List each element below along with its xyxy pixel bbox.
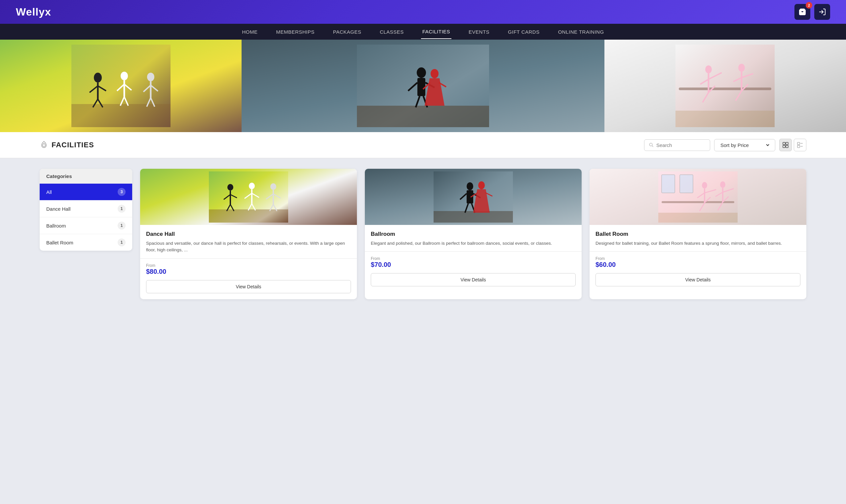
- svg-point-100: [720, 181, 725, 188]
- card-dance-hall-from: From: [146, 263, 351, 268]
- svg-point-72: [270, 183, 276, 190]
- main-content: Categories All 3 Dance Hall 1 Ballroom 1…: [0, 158, 846, 310]
- nav-online-training[interactable]: ONLINE TRAINING: [557, 25, 605, 39]
- svg-point-94: [702, 182, 707, 188]
- hero-ballroom-svg: [357, 44, 489, 127]
- card-dance-hall: Dance Hall Spacious and versatile, our d…: [140, 169, 357, 299]
- card-ballroom-body: Ballroom Elegant and polished, our Ballr…: [365, 225, 582, 247]
- cart-icon: [798, 8, 806, 16]
- card-ballroom-image: [365, 169, 582, 225]
- svg-rect-59: [209, 210, 288, 222]
- svg-point-4: [94, 73, 102, 83]
- category-ballet-room-count: 1: [118, 238, 126, 246]
- card-dance-hall-body: Dance Hall Spacious and versatile, our d…: [140, 225, 357, 254]
- hero-panel-center: [242, 40, 604, 132]
- search-icon: [649, 142, 654, 148]
- card-ballet-room-title: Ballet Room: [596, 231, 800, 237]
- svg-rect-79: [434, 211, 513, 222]
- cart-badge: 2: [806, 2, 812, 8]
- search-input[interactable]: [656, 142, 705, 148]
- categories-header: Categories: [40, 169, 132, 184]
- svg-rect-50: [783, 142, 785, 145]
- hero-panel-left: [0, 40, 242, 132]
- search-box: [644, 139, 710, 151]
- svg-point-30: [430, 69, 439, 78]
- card-ballroom-title: Ballroom: [371, 231, 576, 237]
- card-ballet-room-desc: Designed for ballet training, our Ballet…: [596, 240, 800, 247]
- svg-rect-92: [658, 213, 738, 222]
- svg-point-86: [478, 181, 485, 189]
- card-dance-hall-desc: Spacious and versatile, our dance hall i…: [146, 240, 351, 254]
- svg-rect-90: [662, 175, 675, 193]
- card-ballroom-from: From: [371, 256, 576, 261]
- card-ballroom-price-row: From $70.00: [365, 256, 582, 273]
- category-ballroom[interactable]: Ballroom 1: [40, 217, 132, 234]
- nav-gift-cards[interactable]: GIFT CARDS: [507, 25, 541, 39]
- ballet-illustration: [658, 172, 738, 222]
- card-ballroom-button[interactable]: View Details: [371, 273, 576, 286]
- hero-banner: [0, 40, 846, 132]
- card-ballet-room-body: Ballet Room Designed for ballet training…: [589, 225, 806, 247]
- hero-dance-svg: [71, 44, 171, 127]
- svg-point-60: [227, 184, 233, 191]
- svg-rect-25: [417, 78, 425, 96]
- grid-icon: [782, 142, 789, 148]
- svg-rect-53: [786, 145, 788, 148]
- cards-grid: Dance Hall Spacious and versatile, our d…: [140, 169, 806, 299]
- category-ballroom-label: Ballroom: [46, 223, 66, 229]
- card-dance-hall-image: [140, 169, 357, 225]
- svg-point-24: [417, 67, 426, 78]
- svg-rect-81: [466, 190, 473, 203]
- list-view-button[interactable]: [794, 139, 806, 151]
- card-dance-hall-title: Dance Hall: [146, 231, 351, 237]
- category-ballet-room[interactable]: Ballet Room 1: [40, 234, 132, 251]
- card-ballet-room-divider: [589, 251, 806, 252]
- sort-dropdown[interactable]: Sort by Price Price: Low to High Price: …: [714, 139, 775, 151]
- svg-rect-51: [786, 142, 788, 145]
- card-ballroom-divider: [365, 251, 582, 252]
- card-ballet-room-button[interactable]: View Details: [596, 273, 800, 286]
- svg-rect-3: [71, 104, 171, 127]
- nav-classes[interactable]: CLASSES: [378, 25, 405, 39]
- list-icon: [797, 142, 803, 148]
- svg-rect-56: [797, 145, 800, 148]
- category-dance-hall[interactable]: Dance Hall 1: [40, 200, 132, 217]
- nav-memberships[interactable]: MEMBERSHIPS: [275, 25, 316, 39]
- login-button[interactable]: [814, 4, 830, 20]
- svg-point-66: [249, 183, 255, 189]
- search-sort-bar: Sort by Price Price: Low to High Price: …: [644, 139, 806, 151]
- card-ballet-room: Ballet Room Designed for ballet training…: [589, 169, 806, 299]
- card-ballet-room-price-row: From $60.00: [589, 256, 806, 273]
- category-ballroom-count: 1: [118, 222, 126, 230]
- facilities-title: FACILITIES: [40, 141, 94, 149]
- grid-view-button[interactable]: [779, 139, 792, 151]
- sort-select[interactable]: Sort by Price Price: Low to High Price: …: [719, 142, 770, 148]
- view-toggle: [779, 139, 806, 151]
- login-icon: [818, 8, 826, 16]
- card-ballroom: Ballroom Elegant and polished, our Ballr…: [365, 169, 582, 299]
- hero-panel-right: [604, 40, 846, 132]
- card-ballroom-price: $70.00: [371, 261, 576, 269]
- svg-rect-54: [797, 142, 800, 145]
- category-all-count: 3: [118, 188, 126, 196]
- nav-events[interactable]: EVENTS: [467, 25, 491, 39]
- cart-button[interactable]: 2: [794, 4, 810, 20]
- card-dance-hall-price-row: From $80.00: [140, 263, 357, 280]
- logo: Wellyx: [16, 6, 51, 18]
- svg-point-10: [121, 72, 128, 80]
- card-ballroom-desc: Elegant and polished, our Ballroom is pe…: [371, 240, 576, 247]
- category-all[interactable]: All 3: [40, 184, 132, 200]
- card-dance-hall-button[interactable]: View Details: [146, 280, 351, 293]
- svg-rect-35: [675, 111, 775, 127]
- dance-hall-illustration: [209, 172, 288, 222]
- svg-point-16: [147, 73, 154, 81]
- facilities-bar: FACILITIES Sort by Price Price: Low to H…: [0, 132, 846, 158]
- nav-facilities[interactable]: FACILITIES: [421, 25, 452, 39]
- svg-rect-91: [680, 175, 693, 193]
- svg-rect-23: [357, 106, 489, 127]
- card-ballet-room-price: $60.00: [596, 261, 800, 269]
- header-actions: 2: [794, 4, 830, 20]
- nav-packages[interactable]: PACKAGES: [332, 25, 363, 39]
- svg-point-80: [466, 182, 473, 190]
- nav-home[interactable]: HOME: [241, 25, 259, 39]
